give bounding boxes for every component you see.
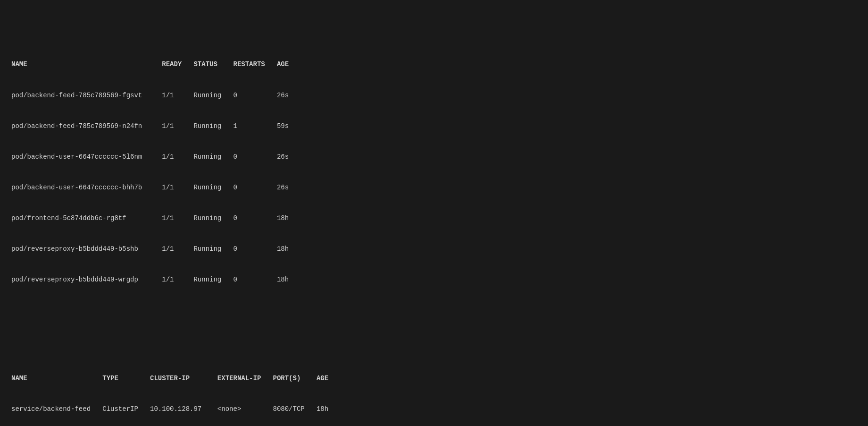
pod-row-5: pod/frontend-5c874ddb6c-rg8tf 1/1 Runnin… — [11, 213, 857, 224]
pod-row-2: pod/backend-feed-785c789569-n24fn 1/1 Ru… — [11, 121, 857, 132]
pod-row-6: pod/reverseproxy-b5bddd449-b5shb 1/1 Run… — [11, 244, 857, 255]
pods-header: NAME READY STATUS RESTARTS AGE — [11, 60, 857, 70]
pods-section: NAME READY STATUS RESTARTS AGE pod/backe… — [11, 39, 857, 306]
pod-row-3: pod/backend-user-6647cccccc-5l6nm 1/1 Ru… — [11, 152, 857, 162]
pod-row-7: pod/reverseproxy-b5bddd449-wrgdp 1/1 Run… — [11, 275, 857, 285]
services-section: NAME TYPE CLUSTER-IP EXTERNAL-IP PORT(S)… — [11, 353, 857, 426]
service-row-1: service/backend-feed ClusterIP 10.100.12… — [11, 404, 857, 415]
pod-row-1: pod/backend-feed-785c789569-fgsvt 1/1 Ru… — [11, 91, 857, 101]
terminal-output: NAME READY STATUS RESTARTS AGE pod/backe… — [11, 9, 857, 426]
services-header: NAME TYPE CLUSTER-IP EXTERNAL-IP PORT(S)… — [11, 374, 857, 384]
pod-row-4: pod/backend-user-6647cccccc-bhh7b 1/1 Ru… — [11, 183, 857, 193]
